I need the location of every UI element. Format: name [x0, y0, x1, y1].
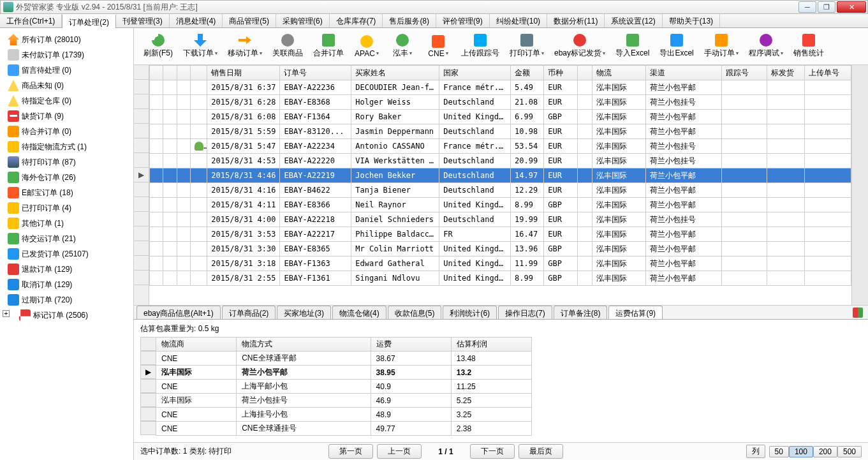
sidebar-item[interactable]: 其他订单 (1): [0, 216, 133, 231]
order-table[interactable]: 销售日期订单号买家姓名国家金额币种物流渠道跟踪号标发货上传单号2015/8/31…: [149, 65, 851, 286]
last-page-button[interactable]: 最后页: [519, 444, 563, 459]
freight-column-header[interactable]: 物流方式: [237, 338, 371, 352]
detail-tab[interactable]: 买家地址(3): [277, 306, 331, 319]
detail-tab[interactable]: 操作日志(7): [498, 306, 552, 319]
toolbar-button[interactable]: 合并订单: [309, 31, 348, 62]
column-header[interactable]: 国家: [439, 66, 511, 80]
toolbar-button[interactable]: 打印订单▾: [505, 31, 548, 62]
column-header[interactable]: 订单号: [280, 66, 351, 80]
main-tab[interactable]: 评价管理(9): [436, 14, 490, 27]
detail-tab[interactable]: 利润统计(6): [443, 306, 497, 319]
column-header[interactable]: 金额: [510, 66, 543, 80]
table-row[interactable]: 2015/8/31 5:59EBAY-83120...Jasmin Depper…: [150, 124, 851, 139]
detail-tab[interactable]: 订单商品(2): [222, 306, 276, 319]
sidebar-item[interactable]: 退款订单 (129): [0, 262, 133, 277]
toolbar-button[interactable]: 泓丰▾: [385, 31, 420, 62]
table-row[interactable]: 2015/8/31 2:55EBAY-F1361Singani NdlovuUn…: [150, 271, 851, 286]
sidebar-item[interactable]: 取消订单 (129): [0, 277, 133, 292]
column-header[interactable]: 跟踪号: [721, 66, 767, 80]
sidebar-item[interactable]: 待合并订单 (0): [0, 124, 133, 139]
table-row[interactable]: 2015/8/31 6:37EBAY-A22236DECOUDIER Jean-…: [150, 80, 851, 95]
freight-column-header[interactable]: 估算利润: [451, 338, 531, 352]
freight-row[interactable]: 泓丰国际荷兰小包挂号46.95.25: [156, 394, 532, 408]
toolbar-button[interactable]: 上传跟踪号: [457, 31, 504, 62]
table-row[interactable]: 2015/8/31 6:28EBAY-E8368Holger WeissDeut…: [150, 95, 851, 110]
main-tab[interactable]: 工作台(Ctrl+1): [0, 14, 62, 27]
freight-column-header[interactable]: 物流商: [156, 338, 237, 352]
page-size-button[interactable]: 100: [789, 446, 813, 457]
freight-row[interactable]: CNECNE全球通平邮38.6713.48: [156, 352, 532, 366]
sidebar-item[interactable]: 海外仓订单 (26): [0, 170, 133, 185]
toolbar-button[interactable]: 销售统计: [789, 31, 828, 62]
toolbar-button[interactable]: CNE▾: [421, 31, 455, 62]
detail-tab[interactable]: 订单备注(8): [554, 306, 608, 319]
column-header[interactable]: [577, 66, 592, 80]
maximize-button[interactable]: ❐: [818, 1, 835, 13]
sidebar-item[interactable]: 缺货订单 (9): [0, 108, 133, 124]
prev-page-button[interactable]: 上一页: [377, 444, 422, 459]
main-tab[interactable]: 采购管理(6): [276, 14, 330, 27]
freight-row[interactable]: CNE上海平邮小包40.911.25: [156, 380, 532, 394]
main-tab[interactable]: 帮助关于(13): [663, 14, 720, 27]
sidebar-item[interactable]: 待指定仓库 (0): [0, 93, 133, 108]
column-header[interactable]: 上传单号: [805, 66, 851, 80]
main-tab[interactable]: 系统设置(12): [605, 14, 662, 27]
main-tab[interactable]: 消息处理(4): [170, 14, 223, 27]
column-header[interactable]: 标发货: [767, 66, 804, 80]
minimize-button[interactable]: ─: [798, 1, 816, 13]
freight-row[interactable]: 泓丰国际荷兰小包平邮38.9513.2: [156, 366, 532, 380]
sidebar-item[interactable]: 已打印订单 (4): [0, 200, 133, 216]
column-header[interactable]: [191, 66, 207, 80]
close-button[interactable]: ✕: [837, 1, 866, 13]
main-tab[interactable]: 订单处理(2): [62, 14, 116, 28]
main-tab[interactable]: 纠纷处理(10): [490, 14, 547, 27]
column-header[interactable]: [177, 66, 190, 80]
list-label[interactable]: 列: [746, 445, 765, 458]
table-row[interactable]: 2015/8/31 3:53EBAY-A22217Philippe Baldac…: [150, 227, 851, 242]
main-tab[interactable]: 数据分析(11): [547, 14, 605, 27]
column-header[interactable]: 买家姓名: [351, 66, 439, 80]
freight-table[interactable]: 物流商物流方式运费估算利润CNECNE全球通平邮38.6713.48泓丰国际荷兰…: [156, 337, 532, 436]
sidebar-item[interactable]: 待指定物流方式 (1): [0, 139, 133, 154]
toolbar-button[interactable]: 下载订单▾: [179, 31, 222, 62]
table-row[interactable]: 2015/8/31 4:46EBAY-A22219Jochen BekkerDe…: [150, 168, 851, 183]
sidebar-item[interactable]: 留言待处理 (0): [0, 63, 133, 78]
table-row[interactable]: 2015/8/31 6:08EBAY-F1364Rory BakerUnited…: [150, 110, 851, 124]
detail-tab[interactable]: 物流仓储(4): [332, 306, 386, 319]
sidebar-item[interactable]: 待交运订单 (21): [0, 231, 133, 246]
first-page-button[interactable]: 第一页: [328, 444, 373, 459]
next-page-button[interactable]: 下一页: [470, 444, 515, 459]
sidebar-item[interactable]: 商品未知 (0): [0, 78, 133, 93]
column-header[interactable]: 渠道: [645, 66, 721, 80]
book-icon[interactable]: [853, 308, 863, 318]
main-tab[interactable]: 刊登管理(3): [116, 14, 170, 27]
sidebar-item[interactable]: 未付款订单 (1739): [0, 47, 133, 63]
page-size-button[interactable]: 500: [837, 446, 862, 457]
page-size-button[interactable]: 50: [769, 446, 789, 457]
sidebar-item[interactable]: E邮宝订单 (18): [0, 185, 133, 200]
column-header[interactable]: [150, 66, 163, 80]
sidebar-item[interactable]: +标记订单 (2506): [14, 308, 133, 323]
sidebar-item[interactable]: 过期订单 (720): [0, 292, 133, 308]
table-row[interactable]: 2015/8/31 3:18EBAY-F1363Edward GatheralU…: [150, 256, 851, 271]
main-tab[interactable]: 商品管理(5): [223, 14, 276, 27]
toolbar-button[interactable]: 刷新(F5): [139, 31, 177, 62]
main-tab[interactable]: 仓库库存(7): [330, 14, 383, 27]
table-row[interactable]: 2015/8/31 4:00EBAY-A22218Daniel Schniede…: [150, 212, 851, 227]
table-row[interactable]: 2015/8/31 4:16EBAY-B4622Tanja BienerDeut…: [150, 183, 851, 198]
column-header[interactable]: [163, 66, 177, 80]
freight-row[interactable]: CNE上海挂号小包48.93.25: [156, 408, 532, 422]
detail-tab[interactable]: ebay商品信息(Alt+1): [136, 306, 221, 319]
freight-row[interactable]: CNECNE全球通挂号49.772.38: [156, 422, 532, 436]
toolbar-button[interactable]: 移动订单▾: [223, 31, 267, 62]
page-size-button[interactable]: 200: [813, 446, 837, 457]
column-header[interactable]: 销售日期: [207, 66, 280, 80]
sidebar-item[interactable]: 已发货订单 (25107): [0, 246, 133, 262]
toolbar-button[interactable]: 程序调试▾: [744, 31, 788, 62]
freight-column-header[interactable]: 运费: [371, 338, 451, 352]
detail-tab[interactable]: 收款信息(5): [388, 306, 442, 319]
toolbar-button[interactable]: 手动订单▾: [700, 31, 743, 62]
table-row[interactable]: 2015/8/31 4:53EBAY-A22220VIA Werkstätten…: [150, 154, 851, 168]
table-row[interactable]: 2015/8/31 3:30EBAY-E8365Mr Colin Marriot…: [150, 242, 851, 256]
toolbar-button[interactable]: 导入Excel: [611, 31, 654, 62]
